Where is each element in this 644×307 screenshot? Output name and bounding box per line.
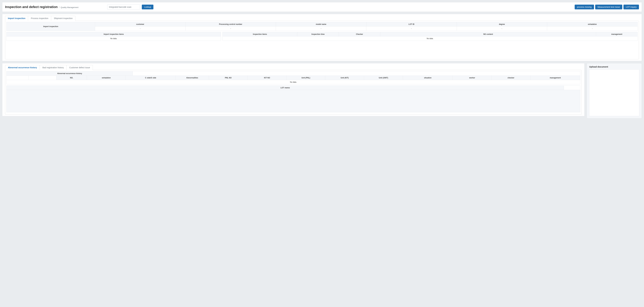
abn-col-expand xyxy=(6,76,29,80)
abn-col-unit-pnl: Unit (PNL) xyxy=(286,76,325,80)
inspection-results-table: Inspection items Inspection time Checker… xyxy=(222,32,638,41)
abn-col-cside: C side/S side xyxy=(126,76,176,80)
abnormal-nodata: No data. xyxy=(6,80,580,84)
breadcrumb-separator: / xyxy=(59,6,59,8)
info-val-lot-id: - xyxy=(366,26,457,31)
res-col-items: Inspection items xyxy=(222,32,297,36)
header-action-buttons: process moving Measurement test move LOT… xyxy=(575,4,639,9)
import-items-header: Import inspection items xyxy=(6,32,221,36)
tab-shipment-inspection[interactable]: Shipment inspection xyxy=(51,16,76,21)
inspection-tab-body: Import inspection customer Processing co… xyxy=(5,21,639,59)
abn-col-checker: checker xyxy=(492,76,530,80)
abn-col-abnormalities: Abnormalities xyxy=(176,76,209,80)
abnormal-history-table: NO. exhalation C side/S side Abnormaliti… xyxy=(6,76,580,84)
import-items-nodata: No data. xyxy=(6,36,221,41)
res-col-checker: Checker xyxy=(339,32,380,36)
tab-import-inspection[interactable]: Import inspection xyxy=(5,16,28,21)
info-row-header: Import inspection xyxy=(6,22,95,31)
info-val-degree: - xyxy=(457,26,547,31)
upload-drop-area[interactable] xyxy=(589,70,639,116)
abn-col-unit-kit: Unit (KIT) xyxy=(325,76,364,80)
inspection-tabs: Import inspection Process inspection Shi… xyxy=(5,16,639,21)
breadcrumb-sub: Quality Management xyxy=(60,6,78,8)
inspection-panel: Import inspection Process inspection Shi… xyxy=(2,14,642,61)
tab-customer-defect-issue[interactable]: Customer defect issue xyxy=(66,65,93,70)
res-nodata: No data. xyxy=(222,36,638,41)
page-title: Inspection and defect registration / Qua… xyxy=(5,5,78,9)
info-val-exhalation: - xyxy=(547,26,638,31)
upload-title: Upload document xyxy=(589,66,639,68)
upload-document-panel: Upload document xyxy=(587,63,642,118)
abn-col-pnlno: PNL NO xyxy=(209,76,248,80)
info-val-process-ctrl-no: - xyxy=(186,26,276,31)
info-col-lot-id: LOT ID xyxy=(366,22,457,26)
abnormal-row-header: Abnormal occurrence history xyxy=(6,72,133,76)
res-col-management: management xyxy=(596,32,638,36)
abn-col-worker: worker xyxy=(453,76,492,80)
abn-col-select xyxy=(29,76,56,80)
info-col-process-ctrl-no: Processing control number xyxy=(186,22,276,26)
tab-abnormal-history[interactable]: Abnormal occurrence history xyxy=(5,65,40,70)
abnormal-row-blank xyxy=(133,72,580,76)
info-value-row: - - - - - - xyxy=(6,26,638,31)
inspection-info-table: Import inspection customer Processing co… xyxy=(6,22,638,31)
info-col-model-name: model name xyxy=(276,22,366,26)
lot-memo-header-table: LOT memo xyxy=(6,86,580,90)
info-val-customer: - xyxy=(95,26,186,31)
info-val-model-name: - xyxy=(276,26,366,31)
lot-memo-action-cell xyxy=(564,86,580,90)
res-col-ng-content: NG content xyxy=(380,32,596,36)
lot-memo-section: LOT memo xyxy=(6,86,580,113)
lookup-button[interactable]: Lookup xyxy=(142,4,154,9)
history-tabs: Abnormal occurrence history Bad registra… xyxy=(5,65,582,70)
barcode-scan-input[interactable] xyxy=(107,4,140,10)
tab-process-inspection[interactable]: Process inspection xyxy=(28,16,51,21)
history-panel: Abnormal occurrence history Bad registra… xyxy=(2,63,584,116)
process-moving-button[interactable]: process moving xyxy=(575,4,594,9)
abn-col-situation: situation xyxy=(403,76,453,80)
abn-col-exhalation: exhalation xyxy=(87,76,126,80)
abnormal-history-header-table: Abnormal occurrence history xyxy=(6,71,580,76)
lot-memo-textarea[interactable] xyxy=(6,90,580,112)
info-col-degree: degree xyxy=(457,22,547,26)
abn-col-unit-unit: Unit (UNIT) xyxy=(364,76,403,80)
res-col-time: Inspection time xyxy=(297,32,339,36)
header-panel: Inspection and defect registration / Qua… xyxy=(2,2,642,12)
tab-bad-registration-history[interactable]: Bad registration history xyxy=(40,65,66,70)
import-inspection-items-table: Import inspection items No data. xyxy=(6,32,221,41)
abn-col-kitno: KIT NO xyxy=(248,76,286,80)
info-col-exhalation: exhalation xyxy=(547,22,638,26)
info-col-customer: customer xyxy=(95,22,186,26)
abn-col-management: management xyxy=(530,76,580,80)
lot-memo-header: LOT memo xyxy=(6,86,564,90)
history-tab-body: Abnormal occurrence history NO. exhalati… xyxy=(5,70,582,114)
lot-inquiry-button[interactable]: LOT inquiry xyxy=(624,4,639,9)
measurement-test-move-button[interactable]: Measurement test move xyxy=(595,4,622,9)
page-title-text: Inspection and defect registration xyxy=(5,5,58,9)
upload-column: Upload document xyxy=(587,63,642,118)
abn-col-no: NO. xyxy=(56,76,87,80)
